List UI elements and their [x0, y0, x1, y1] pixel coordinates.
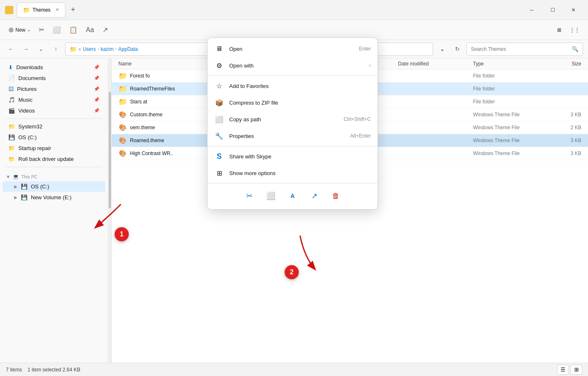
breadcrumb-expand-button[interactable]: ⌄ [436, 43, 448, 55]
col-type-header[interactable]: Type [473, 61, 548, 67]
ctx-more[interactable]: ⊞ Show more options [208, 165, 378, 181]
sidebar-label-osc: OS (C:) [18, 134, 37, 140]
documents-icon: 📄 [8, 75, 15, 81]
ctx-open-with[interactable]: ⚙ Open with › [208, 57, 378, 74]
ctx-fav-icon: ☆ [214, 81, 224, 91]
sidebar-label-rollback: Roll back driver update [18, 156, 74, 162]
close-button[interactable]: ✕ [564, 3, 583, 17]
newe-icon: 💾 [21, 194, 28, 201]
statusbar: 7 items 1 item selected 2.64 KB ☰ ⊞ [0, 363, 588, 376]
sidebar-item-pictures[interactable]: 🖼 Pictures 📌 [3, 84, 105, 94]
folder-icon: 📁 [118, 72, 127, 80]
ctx-delete-button[interactable]: 🗑 [328, 188, 343, 203]
cut-button[interactable]: ✂ [35, 24, 48, 36]
ctx-separator-3 [208, 183, 378, 183]
ctx-fav-label: Add to Favorites [229, 83, 269, 89]
ctx-open-shortcut: Enter [359, 46, 371, 52]
file-type: Windows Theme File [473, 150, 548, 156]
ctx-more-label: Show more options [229, 170, 275, 176]
ctx-openwith-label: Open with [229, 63, 254, 69]
col-size-header[interactable]: Size [548, 61, 581, 67]
osc-icon: 💾 [8, 134, 15, 140]
rename-button[interactable]: Aa [83, 24, 98, 36]
ctx-rename-button[interactable]: A [285, 188, 300, 203]
ctx-zip[interactable]: 📦 Compress to ZIP file [208, 94, 378, 111]
paste-button[interactable]: 📋 [66, 24, 81, 36]
plus-icon: ⊕ [8, 26, 14, 34]
dropdown-button[interactable]: ⌄ [35, 43, 47, 55]
tab-close-icon[interactable]: ✕ [55, 7, 59, 13]
ctx-skype[interactable]: S Share with Skype [208, 148, 378, 165]
tab-label: Themes [33, 7, 50, 13]
search-input[interactable] [471, 46, 569, 52]
breadcrumb-appdata[interactable]: AppData [118, 46, 138, 52]
sidebar-item-downloads[interactable]: ⬇ Downloads 📌 [3, 62, 105, 73]
ctx-copy-button[interactable]: ⬜ [263, 188, 278, 203]
file-type: File folder [473, 86, 548, 92]
copy-button[interactable]: ⬜ [49, 24, 64, 36]
startup-icon: 📁 [8, 145, 15, 151]
this-pc-label: This PC [21, 174, 38, 179]
items-count: 7 items [6, 367, 22, 373]
new-label: New [15, 27, 25, 33]
newe-label: New Volume (E:) [31, 194, 72, 201]
refresh-button[interactable]: ↻ [451, 43, 463, 55]
list-view-button[interactable]: ☰ [557, 365, 569, 375]
forward-button[interactable]: → [20, 43, 32, 55]
tab-themes[interactable]: 📁 Themes ✕ [17, 3, 65, 18]
sidebar-item-osc[interactable]: 💾 OS (C:) [3, 132, 105, 143]
statusbar-view-controls: ☰ ⊞ [557, 365, 582, 375]
search-icon: 🔍 [572, 46, 578, 52]
ctx-properties[interactable]: 🔧 Properties Alt+Enter [208, 128, 378, 144]
sidebar-item-documents[interactable]: 📄 Documents 📌 [3, 73, 105, 83]
sidebar-item-rollback[interactable]: 📁 Roll back driver update [3, 154, 105, 164]
rename-icon: Aa [86, 26, 94, 34]
sidebar-item-system32[interactable]: 📁 System32 [3, 121, 105, 132]
pin-icon-downloads: 📌 [94, 65, 100, 70]
sidebar-item-osc-tree[interactable]: ▶ 💾 OS (C:) [3, 181, 105, 192]
title-bar-left: 📁 Themes ✕ + [5, 3, 79, 18]
theme-icon: 🎨 [118, 110, 127, 119]
chevron-right-icon2: ▶ [14, 195, 18, 200]
annotation-1: 1 [115, 227, 129, 241]
ctx-open[interactable]: 🖥 Open Enter [208, 40, 378, 57]
ctx-copypath-icon: ⬜ [214, 114, 224, 124]
sort-button[interactable]: ⊞ [554, 25, 565, 35]
ctx-toolbar: ✂ ⬜ A ↗ 🗑 [208, 185, 378, 207]
ctx-favorites[interactable]: ☆ Add to Favorites [208, 78, 378, 94]
selection-info: 1 item selected 2.64 KB [28, 367, 80, 373]
sidebar-this-pc[interactable]: ▼ 💻 This PC [0, 170, 108, 181]
sidebar-item-startup[interactable]: 📁 Startup repair [3, 143, 105, 153]
osc-tree-icon: 💾 [21, 183, 28, 190]
back-button[interactable]: ← [5, 43, 17, 55]
minimize-button[interactable]: ─ [522, 3, 541, 17]
file-size: 3 KB [548, 138, 581, 143]
ctx-props-icon: 🔧 [214, 131, 224, 141]
share-button[interactable]: ↗ [99, 24, 111, 36]
breadcrumb-kazim[interactable]: kazim [100, 46, 113, 52]
ctx-cut-button[interactable]: ✂ [242, 188, 257, 203]
grid-view-button[interactable]: ⊞ [570, 365, 582, 375]
tab-bar: 📁 Themes ✕ + [17, 3, 79, 18]
maximize-button[interactable]: ☐ [543, 3, 562, 17]
title-bar: 📁 Themes ✕ + ─ ☐ ✕ [0, 0, 588, 20]
ctx-share-button[interactable]: ↗ [307, 188, 322, 203]
ctx-open-label: Open [229, 46, 243, 52]
up-button[interactable]: ↑ [50, 43, 62, 55]
breadcrumb-users[interactable]: Users [83, 46, 96, 52]
sidebar-item-videos[interactable]: 🎬 Videos 📌 [3, 105, 105, 116]
ctx-props-shortcut: Alt+Enter [350, 133, 371, 139]
folder-icon: 📁 [118, 85, 127, 93]
view-options-button[interactable]: ⋮⋮ [566, 25, 583, 35]
ctx-skype-icon: S [214, 151, 224, 161]
ctx-copypath[interactable]: ⬜ Copy as path Ctrl+Shift+C [208, 111, 378, 128]
new-button[interactable]: ⊕ New ⌄ [5, 24, 34, 36]
search-box[interactable]: 🔍 [466, 43, 583, 56]
sidebar-item-music[interactable]: 🎵 Music 📌 [3, 95, 105, 105]
add-tab-button[interactable]: + [67, 4, 79, 16]
file-type: Windows Theme File [473, 138, 548, 143]
ctx-more-icon: ⊞ [214, 168, 224, 178]
copy-icon: ⬜ [53, 26, 61, 34]
col-date-header[interactable]: Date modified [398, 61, 473, 67]
sidebar-label-pictures: Pictures [17, 86, 37, 92]
